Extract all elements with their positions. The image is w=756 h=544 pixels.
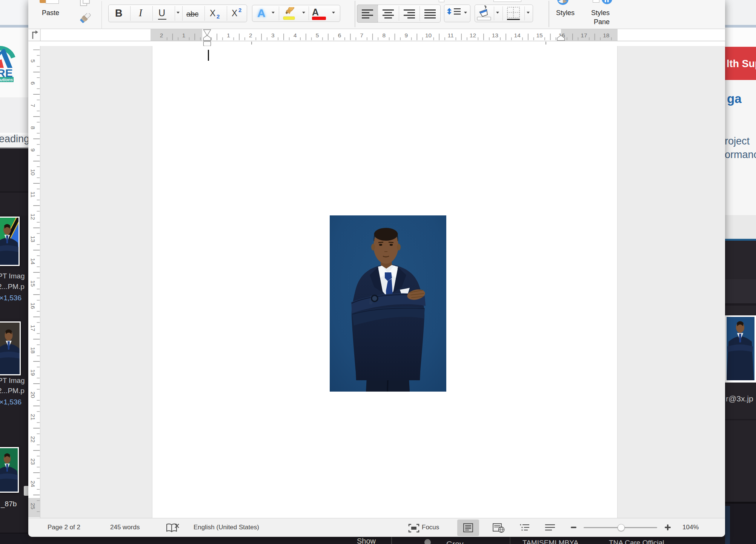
svg-text:1: 1 (227, 32, 230, 38)
svg-text:14: 14 (30, 258, 36, 265)
svg-text:22: 22 (30, 436, 36, 443)
svg-text:19: 19 (30, 369, 36, 376)
svg-text:9: 9 (30, 148, 36, 152)
svg-text:25: 25 (30, 503, 36, 509)
svg-text:21: 21 (30, 414, 36, 420)
svg-text:13: 13 (492, 32, 498, 38)
svg-text:7: 7 (30, 104, 36, 107)
svg-text:16: 16 (30, 303, 36, 309)
svg-text:utions: utions (0, 77, 13, 82)
svg-text:14: 14 (514, 32, 521, 38)
svg-text:17: 17 (30, 325, 36, 331)
svg-text:17: 17 (581, 32, 587, 38)
svg-text:18: 18 (30, 347, 36, 353)
svg-text:2: 2 (249, 32, 252, 38)
svg-text:5: 5 (316, 32, 319, 38)
svg-text:11: 11 (447, 32, 453, 38)
svg-text:12: 12 (30, 214, 36, 220)
svg-text:24: 24 (30, 481, 36, 487)
svg-text:1: 1 (182, 32, 186, 38)
svg-text:2: 2 (160, 32, 163, 38)
svg-text:10: 10 (30, 169, 36, 176)
svg-text:4: 4 (293, 32, 297, 38)
svg-text:18: 18 (603, 32, 609, 38)
svg-text:3: 3 (271, 32, 275, 38)
svg-text:9: 9 (404, 32, 408, 38)
svg-text:20: 20 (30, 392, 36, 398)
svg-text:6: 6 (338, 32, 341, 38)
svg-text:23: 23 (30, 458, 36, 465)
svg-text:5: 5 (30, 59, 36, 63)
svg-text:10: 10 (425, 32, 432, 38)
svg-text:15: 15 (30, 280, 36, 287)
svg-text:13: 13 (30, 236, 36, 242)
svg-text:7: 7 (360, 32, 364, 38)
svg-text:8: 8 (30, 126, 36, 129)
svg-text:8: 8 (382, 32, 386, 38)
svg-text:15: 15 (536, 32, 542, 38)
svg-text:6: 6 (30, 81, 36, 85)
svg-text:11: 11 (30, 191, 36, 197)
svg-text:12: 12 (470, 32, 476, 38)
